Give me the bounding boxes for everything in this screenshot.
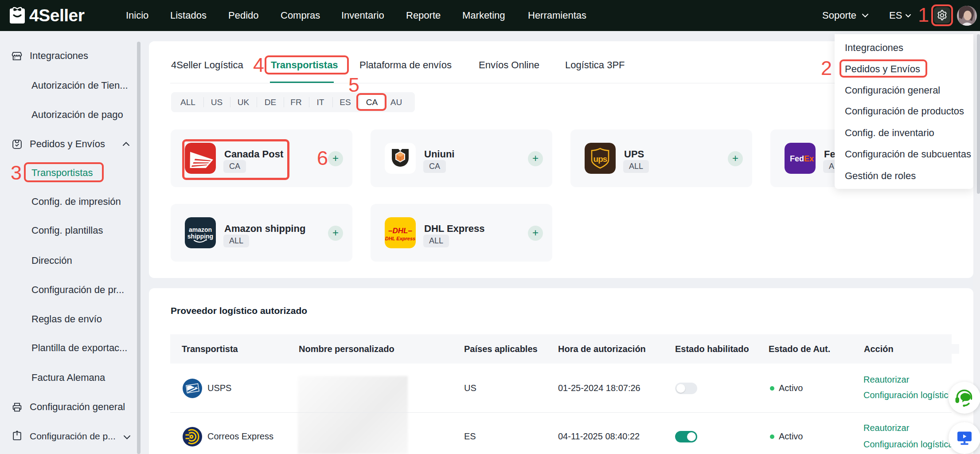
svg-text:Fed: Fed: [790, 154, 804, 163]
svg-text:ups: ups: [593, 154, 607, 164]
svg-text:amazon: amazon: [189, 226, 212, 233]
svg-text:–DHL–: –DHL–: [388, 227, 412, 235]
svg-text:shipping: shipping: [187, 233, 213, 240]
svg-text:Ex: Ex: [804, 154, 814, 163]
svg-text:DHL Express: DHL Express: [385, 236, 415, 241]
